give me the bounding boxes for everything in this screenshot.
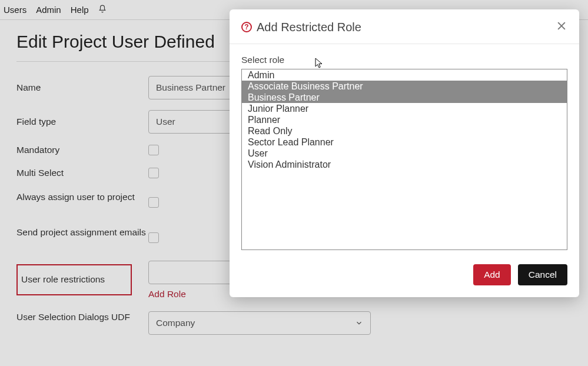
role-option[interactable]: Associate Business Partner bbox=[242, 81, 567, 92]
role-listbox[interactable]: AdminAssociate Business PartnerBusiness … bbox=[241, 69, 567, 250]
add-button[interactable]: Add bbox=[473, 264, 511, 285]
role-option[interactable]: Read Only bbox=[242, 125, 567, 137]
role-option[interactable]: Vision Administrator bbox=[242, 159, 567, 170]
role-option[interactable]: Business Partner bbox=[242, 92, 567, 103]
add-restricted-role-modal: ? Add Restricted Role Select role AdminA… bbox=[230, 9, 579, 297]
role-option[interactable]: Junior Planner bbox=[242, 103, 567, 114]
select-role-label: Select role bbox=[241, 55, 567, 65]
role-option[interactable]: Planner bbox=[242, 114, 567, 125]
role-option[interactable]: User bbox=[242, 148, 567, 159]
role-option[interactable]: Sector Lead Planner bbox=[242, 137, 567, 148]
close-icon[interactable] bbox=[556, 20, 567, 34]
modal-title: Add Restricted Role bbox=[257, 21, 361, 34]
help-icon[interactable]: ? bbox=[241, 22, 252, 32]
cancel-button[interactable]: Cancel bbox=[518, 264, 567, 285]
role-option[interactable]: Admin bbox=[242, 69, 567, 81]
